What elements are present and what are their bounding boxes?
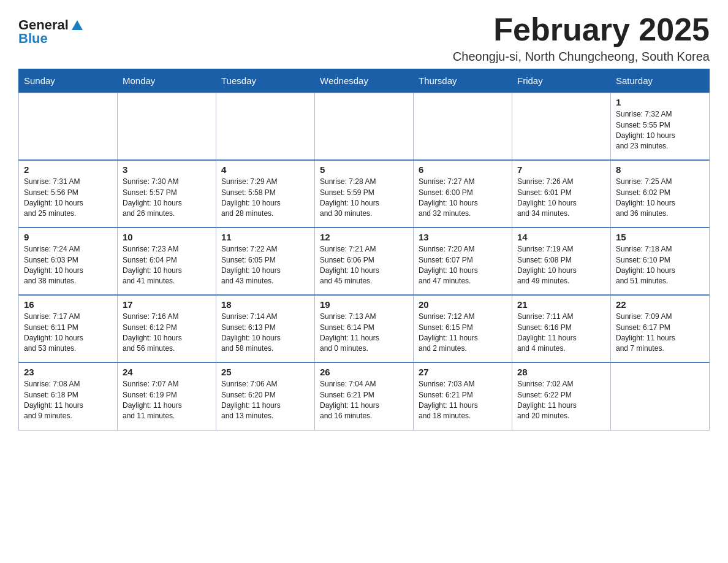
- day-number: 12: [320, 232, 408, 242]
- logo-general-text: General: [18, 18, 69, 32]
- day-number: 6: [419, 164, 507, 175]
- calendar-cell: 4Sunrise: 7:29 AM Sunset: 5:58 PM Daylig…: [216, 160, 315, 228]
- calendar-cell: 25Sunrise: 7:06 AM Sunset: 6:20 PM Dayli…: [216, 362, 315, 430]
- logo-blue-text: Blue: [18, 32, 48, 45]
- page-header: General Blue February 2025 Cheongju-si, …: [18, 12, 710, 64]
- calendar-cell: [118, 93, 216, 160]
- day-number: 22: [616, 299, 704, 310]
- calendar-week-row: 9Sunrise: 7:24 AM Sunset: 6:03 PM Daylig…: [19, 228, 710, 295]
- day-number: 26: [320, 367, 408, 377]
- day-number: 1: [616, 97, 704, 107]
- day-info: Sunrise: 7:06 AM Sunset: 6:20 PM Dayligh…: [221, 379, 309, 422]
- day-number: 4: [221, 164, 309, 175]
- day-info: Sunrise: 7:31 AM Sunset: 5:56 PM Dayligh…: [24, 177, 112, 220]
- day-of-week-header: Friday: [512, 69, 611, 93]
- calendar-cell: 2Sunrise: 7:31 AM Sunset: 5:56 PM Daylig…: [19, 160, 118, 228]
- day-info: Sunrise: 7:26 AM Sunset: 6:01 PM Dayligh…: [517, 177, 605, 220]
- day-of-week-header: Saturday: [611, 69, 710, 93]
- calendar-cell: 1Sunrise: 7:32 AM Sunset: 5:55 PM Daylig…: [611, 93, 710, 160]
- day-info: Sunrise: 7:11 AM Sunset: 6:16 PM Dayligh…: [517, 312, 605, 354]
- calendar-cell: 21Sunrise: 7:11 AM Sunset: 6:16 PM Dayli…: [512, 295, 611, 362]
- calendar-cell: 17Sunrise: 7:16 AM Sunset: 6:12 PM Dayli…: [118, 295, 216, 362]
- day-info: Sunrise: 7:30 AM Sunset: 5:57 PM Dayligh…: [123, 177, 211, 220]
- day-info: Sunrise: 7:21 AM Sunset: 6:06 PM Dayligh…: [320, 244, 408, 287]
- day-of-week-header: Monday: [118, 69, 216, 93]
- day-info: Sunrise: 7:25 AM Sunset: 6:02 PM Dayligh…: [616, 177, 704, 220]
- day-number: 18: [221, 299, 309, 310]
- day-number: 15: [616, 232, 704, 242]
- day-number: 24: [123, 367, 211, 377]
- calendar-cell: 15Sunrise: 7:18 AM Sunset: 6:10 PM Dayli…: [611, 228, 710, 295]
- day-info: Sunrise: 7:04 AM Sunset: 6:21 PM Dayligh…: [320, 379, 408, 422]
- calendar-cell: [19, 93, 118, 160]
- calendar-week-row: 23Sunrise: 7:08 AM Sunset: 6:18 PM Dayli…: [19, 362, 710, 430]
- day-of-week-header: Tuesday: [216, 69, 315, 93]
- calendar-cell: 7Sunrise: 7:26 AM Sunset: 6:01 PM Daylig…: [512, 160, 611, 228]
- calendar-cell: [414, 93, 512, 160]
- day-number: 28: [517, 367, 605, 377]
- calendar-cell: 12Sunrise: 7:21 AM Sunset: 6:06 PM Dayli…: [315, 228, 414, 295]
- calendar-cell: 28Sunrise: 7:02 AM Sunset: 6:22 PM Dayli…: [512, 362, 611, 430]
- calendar-cell: 16Sunrise: 7:17 AM Sunset: 6:11 PM Dayli…: [19, 295, 118, 362]
- calendar-week-row: 16Sunrise: 7:17 AM Sunset: 6:11 PM Dayli…: [19, 295, 710, 362]
- calendar-header-row: SundayMondayTuesdayWednesdayThursdayFrid…: [19, 69, 710, 93]
- day-of-week-header: Thursday: [414, 69, 512, 93]
- day-info: Sunrise: 7:23 AM Sunset: 6:04 PM Dayligh…: [123, 244, 211, 287]
- day-number: 3: [123, 164, 211, 175]
- location-subtitle: Cheongju-si, North Chungcheong, South Ko…: [453, 50, 710, 64]
- day-number: 23: [24, 367, 112, 377]
- day-number: 7: [517, 164, 605, 175]
- day-info: Sunrise: 7:28 AM Sunset: 5:59 PM Dayligh…: [320, 177, 408, 220]
- calendar-cell: 22Sunrise: 7:09 AM Sunset: 6:17 PM Dayli…: [611, 295, 710, 362]
- calendar-cell: 10Sunrise: 7:23 AM Sunset: 6:04 PM Dayli…: [118, 228, 216, 295]
- calendar-week-row: 2Sunrise: 7:31 AM Sunset: 5:56 PM Daylig…: [19, 160, 710, 228]
- calendar-cell: 19Sunrise: 7:13 AM Sunset: 6:14 PM Dayli…: [315, 295, 414, 362]
- calendar-cell: 11Sunrise: 7:22 AM Sunset: 6:05 PM Dayli…: [216, 228, 315, 295]
- calendar-cell: 6Sunrise: 7:27 AM Sunset: 6:00 PM Daylig…: [414, 160, 512, 228]
- calendar-cell: [315, 93, 414, 160]
- day-of-week-header: Wednesday: [315, 69, 414, 93]
- day-number: 13: [419, 232, 507, 242]
- day-number: 19: [320, 299, 408, 310]
- day-number: 5: [320, 164, 408, 175]
- day-info: Sunrise: 7:02 AM Sunset: 6:22 PM Dayligh…: [517, 379, 605, 422]
- day-info: Sunrise: 7:18 AM Sunset: 6:10 PM Dayligh…: [616, 244, 704, 287]
- calendar-table: SundayMondayTuesdayWednesdayThursdayFrid…: [18, 69, 710, 431]
- calendar-cell: [216, 93, 315, 160]
- day-number: 9: [24, 232, 112, 242]
- day-info: Sunrise: 7:22 AM Sunset: 6:05 PM Dayligh…: [221, 244, 309, 287]
- day-info: Sunrise: 7:07 AM Sunset: 6:19 PM Dayligh…: [123, 379, 211, 422]
- day-number: 21: [517, 299, 605, 310]
- day-info: Sunrise: 7:16 AM Sunset: 6:12 PM Dayligh…: [123, 312, 211, 354]
- calendar-cell: 5Sunrise: 7:28 AM Sunset: 5:59 PM Daylig…: [315, 160, 414, 228]
- calendar-week-row: 1Sunrise: 7:32 AM Sunset: 5:55 PM Daylig…: [19, 93, 710, 160]
- day-info: Sunrise: 7:20 AM Sunset: 6:07 PM Dayligh…: [419, 244, 507, 287]
- day-number: 2: [24, 164, 112, 175]
- day-info: Sunrise: 7:09 AM Sunset: 6:17 PM Dayligh…: [616, 312, 704, 354]
- day-info: Sunrise: 7:13 AM Sunset: 6:14 PM Dayligh…: [320, 312, 408, 354]
- day-number: 10: [123, 232, 211, 242]
- calendar-cell: [512, 93, 611, 160]
- title-block: February 2025 Cheongju-si, North Chungch…: [453, 12, 710, 64]
- day-number: 14: [517, 232, 605, 242]
- day-number: 17: [123, 299, 211, 310]
- calendar-cell: 20Sunrise: 7:12 AM Sunset: 6:15 PM Dayli…: [414, 295, 512, 362]
- calendar-cell: 23Sunrise: 7:08 AM Sunset: 6:18 PM Dayli…: [19, 362, 118, 430]
- calendar-cell: 26Sunrise: 7:04 AM Sunset: 6:21 PM Dayli…: [315, 362, 414, 430]
- calendar-cell: 27Sunrise: 7:03 AM Sunset: 6:21 PM Dayli…: [414, 362, 512, 430]
- day-number: 27: [419, 367, 507, 377]
- day-info: Sunrise: 7:19 AM Sunset: 6:08 PM Dayligh…: [517, 244, 605, 287]
- calendar-cell: 18Sunrise: 7:14 AM Sunset: 6:13 PM Dayli…: [216, 295, 315, 362]
- day-info: Sunrise: 7:32 AM Sunset: 5:55 PM Dayligh…: [616, 109, 704, 152]
- day-info: Sunrise: 7:08 AM Sunset: 6:18 PM Dayligh…: [24, 379, 112, 422]
- day-info: Sunrise: 7:27 AM Sunset: 6:00 PM Dayligh…: [419, 177, 507, 220]
- calendar-cell: 14Sunrise: 7:19 AM Sunset: 6:08 PM Dayli…: [512, 228, 611, 295]
- day-info: Sunrise: 7:24 AM Sunset: 6:03 PM Dayligh…: [24, 244, 112, 287]
- calendar-cell: 3Sunrise: 7:30 AM Sunset: 5:57 PM Daylig…: [118, 160, 216, 228]
- day-info: Sunrise: 7:14 AM Sunset: 6:13 PM Dayligh…: [221, 312, 309, 354]
- calendar-cell: 24Sunrise: 7:07 AM Sunset: 6:19 PM Dayli…: [118, 362, 216, 430]
- day-number: 25: [221, 367, 309, 377]
- calendar-cell: [611, 362, 710, 430]
- logo-triangle-icon: [72, 20, 83, 30]
- day-of-week-header: Sunday: [19, 69, 118, 93]
